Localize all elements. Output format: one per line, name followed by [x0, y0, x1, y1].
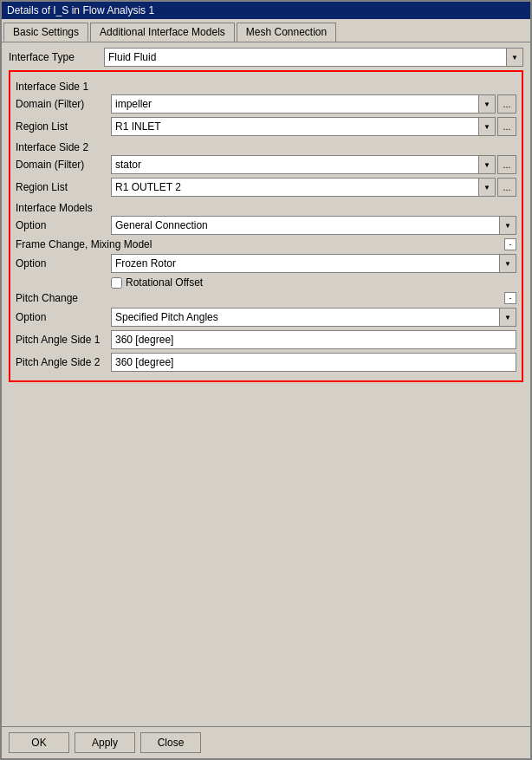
frame-change-header-row: Frame Change, Mixing Model - [16, 238, 516, 250]
pitch-change-label: Pitch Change [16, 292, 501, 304]
bottom-bar: OK Apply Close [2, 726, 530, 758]
pitch-angle-side1-row: Pitch Angle Side 1 [16, 330, 516, 349]
apply-button[interactable]: Apply [75, 732, 135, 753]
pitch-angle-side2-input[interactable] [111, 353, 516, 372]
side2-region-ellipsis-button[interactable]: ... [497, 178, 516, 197]
interface-type-label: Interface Type [9, 51, 104, 63]
frame-change-option-label: Option [16, 257, 111, 270]
pitch-angle-side2-label: Pitch Angle Side 2 [16, 356, 111, 368]
ok-button[interactable]: OK [9, 732, 69, 753]
close-button[interactable]: Close [140, 732, 201, 753]
frame-change-option-select[interactable]: Frozen Rotor [111, 254, 516, 273]
side1-domain-row: Domain (Filter) impeller ▼ ... [16, 94, 516, 114]
frame-change-option-row: Option Frozen Rotor ▼ [16, 254, 516, 273]
side1-domain-ellipsis-button[interactable]: ... [497, 94, 516, 114]
frame-change-collapse-button[interactable]: - [504, 238, 516, 250]
side2-domain-ellipsis-button[interactable]: ... [497, 155, 516, 174]
interface-models-option-row: Option General Connection ▼ [16, 216, 516, 235]
pitch-change-option-select-wrap: Specified Pitch Angles ▼ [111, 308, 516, 327]
pitch-change-collapse-button[interactable]: - [504, 292, 516, 304]
interface-models-option-select[interactable]: General Connection [111, 216, 516, 235]
interface-settings-box: Interface Side 1 Domain (Filter) impelle… [9, 70, 523, 382]
side1-domain-label: Domain (Filter) [16, 98, 111, 110]
tab-basic-settings[interactable]: Basic Settings [3, 23, 88, 42]
pitch-change-option-select[interactable]: Specified Pitch Angles [111, 308, 516, 327]
rotational-offset-checkbox[interactable] [111, 277, 122, 289]
side1-domain-select[interactable]: impeller [111, 94, 496, 114]
side2-domain-row: Domain (Filter) stator ▼ ... [16, 155, 516, 174]
content-area: Interface Type Fluid Fluid ▼ Interface S… [2, 42, 530, 726]
side1-region-label: Region List [16, 120, 111, 133]
rotational-offset-row: Rotational Offset [16, 276, 516, 289]
interface-type-select[interactable]: Fluid Fluid [104, 48, 523, 67]
tab-bar: Basic Settings Additional Interface Mode… [2, 19, 530, 42]
interface-type-select-wrap: Fluid Fluid ▼ [104, 48, 523, 67]
pitch-angle-side2-row: Pitch Angle Side 2 [16, 353, 516, 372]
frame-change-option-select-wrap: Frozen Rotor ▼ [111, 254, 516, 273]
interface-type-row: Interface Type Fluid Fluid ▼ [9, 48, 523, 67]
pitch-change-header-row: Pitch Change - [16, 292, 516, 304]
rotational-offset-label: Rotational Offset [126, 276, 203, 289]
pitch-change-option-label: Option [16, 311, 111, 323]
title-bar: Details of I_S in Flow Analysis 1 [2, 2, 530, 19]
window-title: Details of I_S in Flow Analysis 1 [7, 4, 154, 16]
frame-change-label: Frame Change, Mixing Model [16, 238, 501, 250]
tab-additional-interface-models[interactable]: Additional Interface Models [90, 23, 235, 42]
side1-region-select[interactable]: R1 INLET [111, 117, 496, 136]
side1-domain-select-wrap: impeller ▼ [111, 94, 496, 114]
side2-region-select-wrap: R1 OUTLET 2 ▼ [111, 178, 496, 197]
side2-domain-select[interactable]: stator [111, 155, 496, 174]
side2-header: Interface Side 2 [16, 140, 516, 155]
side1-region-select-wrap: R1 INLET ▼ [111, 117, 496, 136]
side2-region-select[interactable]: R1 OUTLET 2 [111, 178, 496, 197]
side2-region-label: Region List [16, 181, 111, 193]
side2-domain-label: Domain (Filter) [16, 159, 111, 171]
pitch-angle-side1-label: Pitch Angle Side 1 [16, 334, 111, 346]
side2-region-row: Region List R1 OUTLET 2 ▼ ... [16, 178, 516, 197]
interface-models-option-label: Option [16, 219, 111, 231]
interface-models-header: Interface Models [16, 200, 516, 216]
interface-models-option-select-wrap: General Connection ▼ [111, 216, 516, 235]
main-window: Details of I_S in Flow Analysis 1 Basic … [0, 0, 532, 760]
side1-region-row: Region List R1 INLET ▼ ... [16, 117, 516, 136]
side2-domain-select-wrap: stator ▼ [111, 155, 496, 174]
pitch-angle-side1-input[interactable] [111, 330, 516, 349]
tab-mesh-connection[interactable]: Mesh Connection [237, 23, 336, 42]
side1-header: Interface Side 1 [16, 79, 516, 94]
side1-region-ellipsis-button[interactable]: ... [497, 117, 516, 136]
pitch-change-option-row: Option Specified Pitch Angles ▼ [16, 308, 516, 327]
